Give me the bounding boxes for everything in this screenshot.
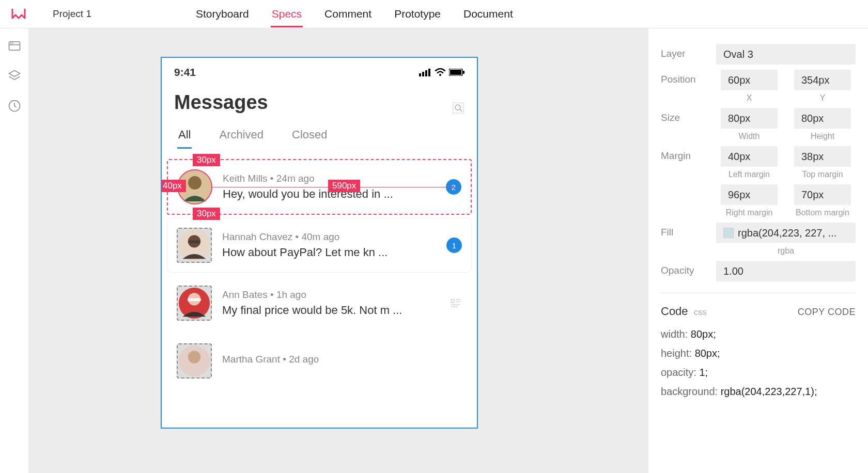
svg-rect-11 [450, 70, 461, 75]
page-title: Messages [174, 91, 268, 114]
spec-label-right: 590px [328, 180, 360, 192]
artboard[interactable]: 9:41 Messages All Archived Closed 30px 4… [161, 57, 478, 429]
svg-point-2 [10, 43, 11, 44]
svg-rect-7 [425, 70, 427, 76]
project-name[interactable]: Project 1 [53, 8, 91, 20]
tab-document[interactable]: Document [462, 1, 514, 27]
history-icon[interactable] [7, 99, 22, 113]
msg-tab-all[interactable]: All [178, 128, 191, 149]
tab-specs[interactable]: Specs [271, 1, 303, 27]
artboards-icon[interactable] [7, 39, 22, 53]
margin-left-field[interactable]: 40px [721, 146, 778, 167]
message-body: Martha Grant • 2d ago [222, 354, 462, 368]
divider [661, 293, 856, 293]
height-field[interactable]: 80px [794, 108, 851, 129]
width-field[interactable]: 80px [721, 108, 778, 129]
unread-badge: 1 [446, 238, 462, 253]
spec-label-top: 30px [193, 154, 220, 166]
position-x-field[interactable]: 60px [721, 70, 778, 90]
svg-rect-12 [463, 71, 464, 74]
phone-statusbar: 9:41 [162, 58, 477, 86]
margin-right-field[interactable]: 96px [721, 184, 778, 205]
fill-field[interactable]: rgba(204,223, 227, ... [716, 223, 856, 243]
svg-point-17 [188, 176, 202, 190]
code-line: opacity: 1; [661, 367, 856, 379]
avatar[interactable] [177, 286, 212, 321]
app-logo[interactable] [10, 5, 27, 23]
prop-label-position: Position [661, 70, 710, 85]
layer-name-field[interactable]: Oval 3 [716, 44, 856, 65]
prop-label-size: Size [661, 108, 710, 123]
svg-point-9 [439, 74, 441, 76]
spec-label-left: 40px [161, 180, 186, 192]
message-meta: Martha Grant • 2d ago [222, 354, 462, 365]
prop-label-opacity: Opacity [661, 261, 710, 276]
list-item[interactable]: Martha Grant • 2d ago [167, 334, 472, 388]
layers-icon[interactable] [7, 69, 22, 83]
svg-line-15 [460, 109, 462, 112]
statusbar-icons [419, 68, 464, 76]
message-body: Ann Bates • 1h ago My final price would … [222, 289, 450, 317]
avatar[interactable] [177, 228, 212, 263]
top-tabs: Storyboard Specs Comment Prototype Docum… [195, 1, 514, 27]
reply-icon [450, 298, 462, 308]
svg-rect-20 [189, 241, 200, 244]
tab-prototype[interactable]: Prototype [393, 1, 442, 27]
prop-label-layer: Layer [661, 44, 710, 59]
message-meta: Ann Bates • 1h ago [222, 289, 450, 301]
tab-comment[interactable]: Comment [323, 1, 373, 27]
message-text: How about PayPal? Let me kn ... [222, 246, 446, 259]
code-line: background: rgba(204,223,227,1); [661, 386, 856, 398]
list-item[interactable]: Hannah Chavez • 40m ago How about PayPal… [167, 218, 472, 273]
opacity-field[interactable]: 1.00 [716, 261, 856, 281]
inspector-panel: Layer Oval 3 Position 60pxX 354pxY Size … [648, 28, 868, 473]
spec-label-bottom: 30px [193, 208, 220, 220]
tab-storyboard[interactable]: Storyboard [195, 1, 250, 27]
svg-rect-23 [188, 298, 201, 302]
message-meta: Hannah Chavez • 40m ago [222, 231, 446, 243]
list-item[interactable]: 30px 40px 30px 590px Keith Mills • 24m a… [167, 159, 472, 215]
messages-header: Messages [162, 86, 477, 122]
signal-icon [419, 68, 431, 76]
canvas[interactable]: 9:41 Messages All Archived Closed 30px 4… [28, 28, 648, 473]
svg-rect-5 [419, 73, 421, 76]
svg-rect-6 [422, 72, 424, 76]
msg-tab-archived[interactable]: Archived [219, 128, 264, 149]
message-text: My final price would be 5k. Not m ... [222, 304, 450, 317]
color-swatch [723, 228, 734, 238]
msg-tab-closed[interactable]: Closed [292, 128, 327, 149]
prop-label-fill: Fill [661, 223, 710, 238]
code-section-title: Code [661, 305, 688, 318]
position-y-field[interactable]: 354px [794, 70, 851, 90]
code-language[interactable]: css [694, 307, 707, 317]
search-icon[interactable] [452, 97, 464, 109]
battery-icon [449, 69, 464, 76]
margin-bottom-field[interactable]: 70px [794, 184, 851, 205]
code-line: height: 80px; [661, 348, 856, 359]
statusbar-time: 9:41 [174, 66, 196, 78]
svg-point-14 [455, 105, 460, 110]
avatar[interactable] [177, 343, 212, 379]
left-tool-rail [0, 28, 28, 473]
margin-top-field[interactable]: 38px [794, 146, 851, 167]
message-list: 30px 40px 30px 590px Keith Mills • 24m a… [162, 149, 477, 388]
svg-point-3 [12, 43, 13, 44]
list-item[interactable]: Ann Bates • 1h ago My final price would … [167, 276, 472, 330]
app-header: Project 1 Storyboard Specs Comment Proto… [0, 0, 868, 28]
prop-label-margin: Margin [661, 146, 710, 162]
svg-rect-8 [428, 69, 430, 76]
message-body: Hannah Chavez • 40m ago How about PayPal… [222, 231, 446, 259]
svg-point-25 [188, 351, 200, 363]
code-line: width: 80px; [661, 328, 856, 340]
copy-code-button[interactable]: COPY CODE [798, 307, 856, 318]
message-tabs: All Archived Closed [162, 122, 477, 149]
wifi-icon [435, 68, 446, 76]
